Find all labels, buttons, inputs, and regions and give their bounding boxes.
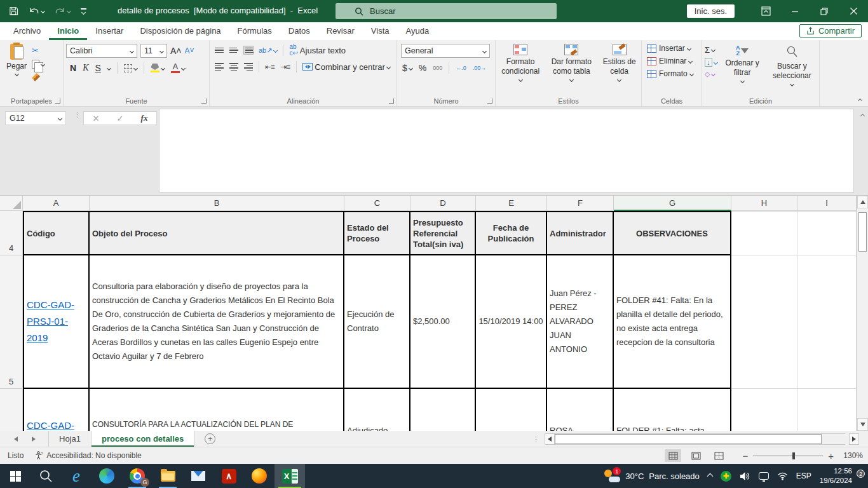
format-painter-icon[interactable]: [32, 73, 40, 81]
mail-button[interactable]: [183, 464, 214, 488]
merge-center-button[interactable]: Combinar y centrar: [302, 62, 390, 72]
next-sheet-icon[interactable]: [32, 437, 36, 442]
align-top-button[interactable]: [215, 48, 224, 53]
show-hidden-icons-button[interactable]: [708, 474, 712, 478]
meet-now-icon[interactable]: [759, 472, 769, 480]
cell-E6[interactable]: [476, 389, 547, 431]
delete-cells-button[interactable]: Eliminar: [647, 57, 699, 65]
cell-G4[interactable]: OBSERVACIONES: [614, 211, 731, 255]
weather-widget[interactable]: 1 30°C Parc. soleado: [601, 470, 700, 482]
file-explorer-button[interactable]: [153, 464, 183, 488]
search-bar[interactable]: Buscar: [336, 3, 557, 19]
clipboard-dialog-launcher[interactable]: [55, 98, 60, 104]
collapse-formula-bar-icon[interactable]: [860, 114, 865, 118]
wrap-text-button[interactable]: abc↩Ajustar texto: [289, 44, 346, 57]
align-middle-button[interactable]: [229, 48, 238, 53]
insert-cells-button[interactable]: Insertar: [647, 44, 699, 53]
scroll-right-icon[interactable]: [849, 433, 859, 445]
font-name-combo[interactable]: Calibri: [66, 44, 137, 58]
network-icon[interactable]: [777, 472, 788, 480]
clear-button[interactable]: ◇: [705, 70, 717, 78]
col-header-H[interactable]: H: [731, 196, 797, 211]
zoom-slider-thumb[interactable]: [792, 452, 795, 459]
undo-button[interactable]: [29, 7, 44, 16]
grow-font-button[interactable]: A˄: [170, 46, 182, 56]
cell-F6[interactable]: ROSA: [547, 389, 614, 431]
conditional-formatting-button[interactable]: Formato condicional: [498, 44, 543, 95]
cell-styles-button[interactable]: Estilos de celda: [600, 44, 639, 95]
shrink-font-button[interactable]: A˅: [185, 46, 194, 55]
scrollbar-resize-handle[interactable]: ⋮: [532, 438, 539, 441]
sheet-tab-proceso-con-detalles[interactable]: proceso con detalles: [92, 431, 194, 447]
language-indicator[interactable]: ESP: [796, 471, 811, 480]
paste-button[interactable]: Pegar: [6, 44, 27, 81]
restore-button[interactable]: [810, 0, 839, 22]
cell-F4[interactable]: Administrador: [547, 211, 614, 255]
undo-dropdown-icon[interactable]: [41, 9, 45, 13]
cell-B5[interactable]: Consultoria para elaboración y diseño de…: [90, 255, 344, 389]
percent-style-button[interactable]: %: [419, 63, 426, 73]
italic-button[interactable]: K: [83, 63, 88, 73]
minimize-button[interactable]: [780, 0, 810, 22]
fill-button[interactable]: ↓: [705, 58, 717, 67]
cell-H5[interactable]: [731, 255, 797, 389]
horizontal-scroll-track[interactable]: [555, 433, 845, 445]
cell-I4[interactable]: [797, 211, 857, 255]
col-header-D[interactable]: D: [410, 196, 476, 211]
zoom-in-icon[interactable]: +: [828, 451, 834, 461]
cell-G5[interactable]: FOLDER #41: Falta: En la planilla el det…: [614, 255, 731, 389]
align-bottom-button[interactable]: [244, 46, 253, 55]
row-header-6[interactable]: [0, 389, 23, 431]
cell-C6[interactable]: Adjudicado: [344, 389, 410, 431]
share-button[interactable]: Compartir: [799, 24, 862, 37]
cell-C4[interactable]: Estado del Proceso: [344, 211, 410, 255]
formula-input[interactable]: [159, 109, 854, 193]
antivirus-tray-icon[interactable]: ✚: [721, 471, 731, 482]
font-dialog-launcher[interactable]: [201, 98, 207, 104]
insert-function-icon[interactable]: fx: [141, 113, 148, 123]
col-header-I[interactable]: I: [797, 196, 857, 211]
select-all-corner[interactable]: [0, 196, 23, 211]
firefox-button[interactable]: [244, 464, 275, 488]
horizontal-scrollbar[interactable]: ⋮: [532, 433, 859, 445]
cell-A4[interactable]: Código: [23, 211, 90, 255]
cell-F5[interactable]: Juan Pérez - PEREZ ALVARADO JUAN ANTONIO: [547, 255, 614, 389]
name-box-dropdown-icon[interactable]: [58, 116, 62, 120]
underline-button[interactable]: S: [95, 63, 100, 73]
font-size-combo[interactable]: 11: [140, 44, 167, 58]
number-dialog-launcher[interactable]: [487, 98, 492, 104]
decrease-decimal-button[interactable]: .00→: [473, 65, 487, 71]
sign-in-button[interactable]: Inic. ses.: [687, 4, 735, 18]
copy-button[interactable]: [32, 60, 44, 69]
customize-qat-button[interactable]: [81, 8, 86, 13]
cell-A6[interactable]: CDC-GAD-: [23, 389, 90, 431]
cell-E4[interactable]: Fecha de Publicación: [476, 211, 547, 255]
cell-B6[interactable]: CONSULTORÍA PARA LA ACTUALIZACIÓN DEL PL…: [90, 389, 344, 431]
chrome-button[interactable]: G: [122, 464, 153, 488]
sort-filter-button[interactable]: AZ Ordenar y filtrar: [720, 44, 765, 95]
cell-G6[interactable]: FOLDER #1: Falta: acta: [614, 389, 731, 431]
sheet-tab-hoja1[interactable]: Hoja1: [49, 431, 92, 447]
cell-I6[interactable]: [797, 389, 857, 431]
find-select-button[interactable]: Buscar y seleccionar: [768, 44, 817, 95]
tab-disposicion[interactable]: Disposición de página: [132, 23, 229, 40]
scroll-down-icon[interactable]: [857, 418, 868, 431]
tab-revisar[interactable]: Revisar: [318, 23, 363, 40]
scroll-left-icon[interactable]: [545, 433, 555, 445]
cell-B4[interactable]: Objeto del Proceso: [90, 211, 344, 255]
cell-D5[interactable]: $2,500.00: [410, 255, 476, 389]
ready-status[interactable]: Listo: [8, 451, 24, 460]
increase-indent-button[interactable]: ⇥≡: [281, 63, 291, 71]
edge-button[interactable]: [92, 464, 122, 488]
internet-explorer-button[interactable]: e: [61, 464, 92, 488]
cell-E5[interactable]: 15/10/2019 14:00: [476, 255, 547, 389]
increase-decimal-button[interactable]: ←.0: [456, 65, 466, 71]
cell-H6[interactable]: [731, 389, 797, 431]
col-header-F[interactable]: F: [547, 196, 614, 211]
row-header-5[interactable]: 5: [0, 255, 23, 389]
ribbon-display-options-button[interactable]: [751, 0, 780, 22]
taskbar-search-button[interactable]: [31, 464, 61, 488]
zoom-level[interactable]: 130%: [840, 451, 863, 460]
col-header-C[interactable]: C: [344, 196, 410, 211]
acrobat-button[interactable]: ∧: [214, 464, 244, 488]
